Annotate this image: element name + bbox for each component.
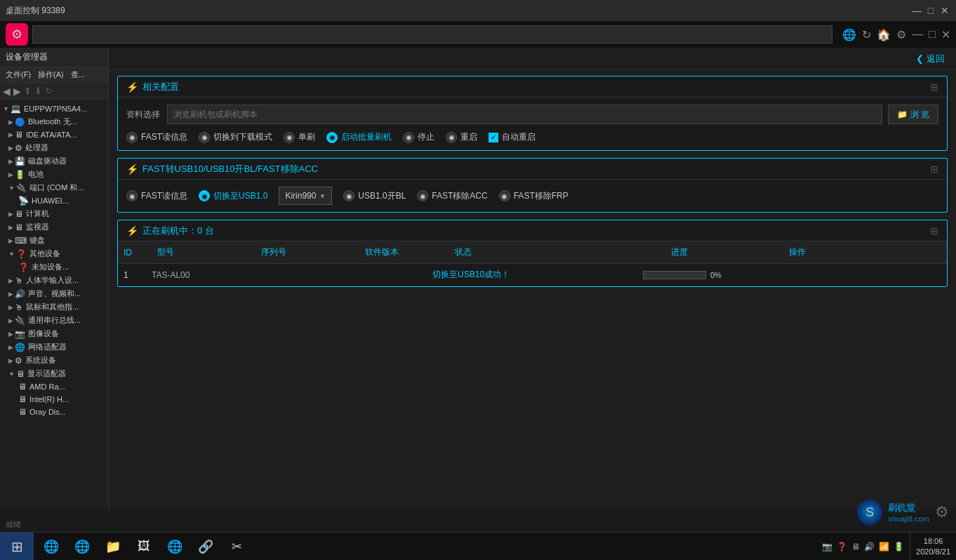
tray-icon-2[interactable]: ❓	[837, 542, 847, 552]
tree-arrow: ▼	[8, 185, 15, 192]
nav-forward-icon[interactable]: ▶	[13, 86, 21, 97]
tree-label: 鼠标和其他指...	[26, 302, 79, 312]
panel-config-title: ⚡ 相关配置	[126, 81, 179, 93]
taskbar-app-0[interactable]: 🌐	[36, 534, 66, 559]
network-icon[interactable]: 📶	[879, 542, 889, 552]
settings-icon[interactable]: ⚙	[896, 28, 906, 41]
tree-item[interactable]: ▶🔊声音、视频和...	[0, 287, 108, 300]
tree-item[interactable]: ▶⌨键盘	[0, 234, 108, 247]
tree-item[interactable]: ▼❓其他设备	[0, 247, 108, 260]
panel-config-body: 资料选择 📁 浏 览 ◉FAST读信息◉切换到下载模式◉单刷◉启动批量刷机◉停止…	[118, 98, 947, 150]
fast-action-button[interactable]: ◉FAST读信息	[126, 190, 187, 202]
panel-flash-grid-icon[interactable]: ⊞	[930, 225, 938, 236]
home-icon[interactable]: 🏠	[877, 28, 891, 41]
action-label: 重启	[460, 131, 477, 143]
fast-action-label2: FAST移除FRP	[514, 190, 569, 202]
taskbar-app-5[interactable]: 🔗	[191, 534, 220, 559]
nav-down-icon[interactable]: ⬇	[34, 86, 42, 96]
action-button[interactable]: ◉重启	[446, 131, 477, 143]
tree-item[interactable]: ▶📷图像设备	[0, 327, 108, 340]
maximize-btn[interactable]: □	[925, 5, 936, 16]
auto-restart-checkbox[interactable]: ✓自动重启	[489, 131, 536, 143]
tree-icon: 🔊	[15, 289, 25, 299]
panel-config-grid-icon[interactable]: ⊞	[930, 81, 938, 93]
tree-label: 通用串行总线...	[28, 315, 81, 326]
tree-item[interactable]: ▶🔋电池	[0, 168, 108, 181]
action-button[interactable]: ◉停止	[403, 131, 434, 143]
taskbar-app-2[interactable]: 📁	[98, 534, 128, 559]
resource-input[interactable]	[167, 105, 882, 124]
tree-item[interactable]: ▶🖱人体学输入设...	[0, 274, 108, 287]
tree-item[interactable]: 🖥Oray Dis...	[0, 406, 108, 418]
tree-icon: 🖥	[18, 407, 27, 417]
minimize-btn[interactable]: —	[911, 5, 922, 16]
status-bar: 就绪	[0, 516, 956, 532]
action-button[interactable]: ◉单刷	[284, 131, 315, 143]
table-col-header: 状态	[455, 246, 665, 258]
window-close-icon[interactable]: ✕	[941, 28, 950, 41]
window-max-icon[interactable]: □	[929, 28, 936, 41]
tree-icon: 🖱	[15, 276, 23, 286]
fast-action-label2: FAST移除ACC	[432, 190, 487, 202]
tree-item[interactable]: ▼🖥显示适配器	[0, 367, 108, 380]
tree-arrow: ▶	[8, 357, 13, 364]
battery-icon[interactable]: 🔋	[894, 542, 904, 552]
start-button[interactable]: ⊞	[0, 533, 34, 561]
tree-item[interactable]: ▶🌐网络适配器	[0, 340, 108, 354]
taskbar-app-3[interactable]: 🖼	[129, 534, 159, 559]
tree-item[interactable]: ▼💻EUPPW7PN5A4...	[0, 102, 108, 115]
nav-refresh-icon[interactable]: ↻	[45, 86, 53, 96]
tree-item[interactable]: 🖥AMD Ra...	[0, 380, 108, 393]
fast-action-button[interactable]: ◉切换至USB1.0	[199, 190, 267, 202]
action-button[interactable]: ◉启动批量刷机	[326, 131, 392, 143]
action-label: 启动批量刷机	[341, 131, 392, 143]
dropdown-value: Kirin990	[285, 191, 316, 201]
taskbar-app-1[interactable]: 🌐	[67, 534, 97, 559]
refresh-icon[interactable]: 🌐	[842, 28, 856, 41]
nav-up-icon[interactable]: ⬆	[24, 86, 32, 96]
tree-item[interactable]: ▶⚙处理器	[0, 141, 108, 154]
menu-view[interactable]: 查...	[68, 68, 88, 81]
tree-item[interactable]: 📡HUAWEI...	[0, 194, 108, 207]
sync-icon[interactable]: ↻	[862, 28, 871, 41]
tree-item[interactable]: ▶💾磁盘驱动器	[0, 154, 108, 168]
panel-fast-grid-icon[interactable]: ⊞	[930, 164, 938, 175]
tree-item[interactable]: ▶⚙系统设备	[0, 354, 108, 367]
nav-back-icon[interactable]: ◀	[3, 86, 11, 97]
fast-action-button2[interactable]: ◉FAST移除ACC	[417, 190, 487, 202]
panel-fast: ⚡ FAST转USB10/USB10开BL/FAST移除ACC ⊞ ◉FAST读…	[117, 158, 948, 213]
tree-item[interactable]: ▶🖥计算机	[0, 207, 108, 220]
browse-button[interactable]: 📁 浏 览	[888, 105, 938, 124]
tree-label: Bluetooth 无...	[28, 116, 77, 127]
action-label: FAST读信息	[141, 131, 187, 143]
tree-item[interactable]: ▼🔌端口 (COM 和...	[0, 181, 108, 194]
taskbar-time: 18:06 2020/8/21	[916, 536, 950, 556]
menu-action[interactable]: 操作(A)	[35, 68, 67, 81]
action-button[interactable]: ◉切换到下载模式	[199, 131, 272, 143]
tray-icon-1[interactable]: 📷	[822, 542, 832, 552]
action-button[interactable]: ◉FAST读信息	[126, 131, 187, 143]
taskbar-app-6[interactable]: ✂	[222, 534, 251, 559]
window-min-icon[interactable]: —	[912, 28, 923, 41]
tray-icon-3[interactable]: 🖥	[851, 542, 860, 552]
tree-item[interactable]: 🖥Intel(R) H...	[0, 393, 108, 406]
tree-icon: 💻	[11, 104, 21, 114]
taskbar-app-4[interactable]: 🌐	[160, 534, 190, 559]
fast-action-button2[interactable]: ◉USB1.0开BL	[343, 190, 406, 202]
tree-item[interactable]: ▶🖱鼠标和其他指...	[0, 300, 108, 314]
tree-item[interactable]: ❓未知设备...	[0, 260, 108, 274]
back-button[interactable]: ❮ 返回	[916, 53, 945, 65]
fast-action-button2[interactable]: ◉FAST移除FRP	[499, 190, 569, 202]
tree-icon: 📡	[18, 196, 29, 206]
panel-flash-label: 正在刷机中：0 台	[142, 225, 214, 237]
kirin-dropdown[interactable]: Kirin990▼	[279, 187, 332, 205]
volume-icon[interactable]: 🔊	[864, 542, 875, 552]
menu-file[interactable]: 文件(F)	[3, 68, 34, 81]
tree-icon: ⚙	[15, 143, 22, 153]
tree-item[interactable]: ▶🖥IDE ATA/ATA...	[0, 128, 108, 141]
tree-item[interactable]: ▶🖥监视器	[0, 220, 108, 234]
close-btn[interactable]: ✕	[939, 5, 950, 16]
panel-fast-title: ⚡ FAST转USB10/USB10开BL/FAST移除ACC	[126, 163, 318, 175]
tree-item[interactable]: ▶🔵Bluetooth 无...	[0, 115, 108, 128]
tree-item[interactable]: ▶🔌通用串行总线...	[0, 314, 108, 327]
